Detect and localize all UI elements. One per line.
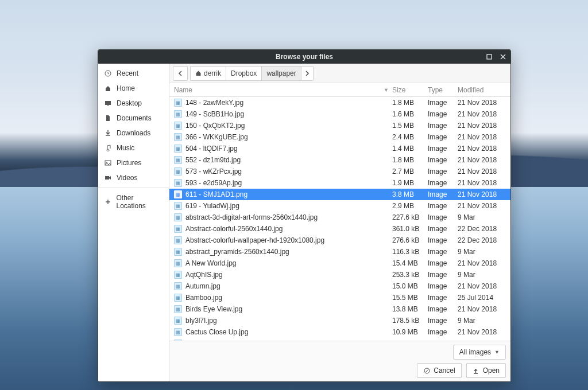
sidebar-item-pictures[interactable]: Pictures [98,155,169,170]
nav-back-button[interactable] [173,66,188,81]
file-type: Image [428,133,458,141]
breadcrumb: derrik Dropbox wallpaper [190,66,314,81]
file-row[interactable]: ▦abstract-3d-digital-art-forms-2560x1440… [169,212,510,223]
cancel-button[interactable]: Cancel [417,363,461,378]
file-row[interactable]: ▦A New World.jpg15.4 MBImage21 Nov 2018 [169,258,510,269]
file-list[interactable]: ▦148 - 2awMekY.jpg1.8 MBImage21 Nov 2018… [169,97,510,341]
music-icon [104,145,112,151]
file-modified: 21 Nov 2018 [458,305,510,313]
file-row[interactable]: ▦Abstract-colorful-2560x1440.jpg361.0 kB… [169,223,510,235]
file-name: Abstract-colorful-wallpaper-hd-1920x1080… [185,236,392,244]
image-file-icon: ▦ [174,248,182,256]
file-row[interactable]: ▦AqtQhIS.jpg253.3 kBImage9 Mar [169,269,510,280]
file-type: Image [428,294,458,302]
sidebar-item-desktop[interactable]: Desktop [98,96,169,111]
column-type[interactable]: Type [428,86,458,94]
column-modified[interactable]: Modified [458,86,510,94]
image-file-icon: ▦ [174,99,182,107]
file-type: Image [428,259,458,267]
file-size: 13.8 MB [392,305,428,313]
file-row[interactable]: ▦366 - WKKgUBE.jpg2.4 MBImage21 Nov 2018 [169,131,510,143]
file-chooser-window: Browse your files Recent Home Desktop [98,49,511,382]
image-file-icon: ▦ [174,122,182,130]
breadcrumb-dropbox[interactable]: Dropbox [226,66,262,81]
file-type: Image [428,179,458,187]
file-row[interactable]: ▦bIy3l7I.jpg178.5 kBImage9 Mar [169,315,510,326]
maximize-icon[interactable] [485,53,493,61]
file-name: Bamboo.jpg [185,294,392,302]
file-row[interactable]: ▦Birds Eye View.jpg13.8 MBImage21 Nov 20… [169,303,510,315]
file-size: 253.3 kB [392,271,428,279]
column-size[interactable]: Size [392,86,428,94]
chevron-left-icon [177,71,183,76]
file-type: Image [428,317,458,325]
sidebar-item-home[interactable]: Home [98,81,169,96]
file-row[interactable]: ▦611 - SMJ1AD1.png3.8 MBImage21 Nov 2018 [169,189,510,200]
sidebar-item-documents[interactable]: Documents [98,111,169,126]
file-size: 2.4 MB [392,133,428,141]
file-type: Image [428,190,458,198]
file-row[interactable]: ▦149 - ScBB1Ho.jpg1.6 MBImage21 Nov 2018 [169,108,510,120]
image-file-icon: ▦ [174,190,182,198]
sidebar-item-downloads[interactable]: Downloads [98,126,169,141]
file-row[interactable]: ▦504 - ltQDlF7.jpg1.4 MBImage21 Nov 2018 [169,143,510,154]
file-modified: 21 Nov 2018 [458,145,510,153]
file-row[interactable]: ▦148 - 2awMekY.jpg1.8 MBImage21 Nov 2018 [169,97,510,108]
dialog-footer: All images ▼ Cancel Open [169,341,510,381]
chevron-down-icon: ▼ [494,349,500,355]
sidebar-item-videos[interactable]: Videos [98,170,169,185]
file-name: 504 - ltQDlF7.jpg [185,145,392,153]
svg-line-10 [425,369,428,372]
file-modified: 21 Nov 2018 [458,179,510,187]
file-name: 150 - QxQbKT2.jpg [185,122,392,130]
image-file-icon: ▦ [174,133,182,141]
sidebar-item-label: Pictures [117,159,141,167]
file-modified: 21 Nov 2018 [458,328,510,336]
file-modified: 22 Dec 2018 [458,236,510,244]
image-file-icon: ▦ [174,145,182,153]
file-row[interactable]: ▦abstract_pyramids-2560x1440.jpg116.3 kB… [169,246,510,258]
file-modified: 9 Mar [458,248,510,256]
file-modified: 21 Nov 2018 [458,167,510,176]
sidebar-item-label: Other Locations [116,194,163,210]
sidebar-item-music[interactable]: Music [98,141,169,155]
file-row[interactable]: ▦573 - wKZrPcx.jpg2.7 MBImage21 Nov 2018 [169,166,510,177]
svg-rect-4 [105,101,111,105]
file-row[interactable]: ▦619 - YuladWj.jpg2.9 MBImage21 Nov 2018 [169,200,510,212]
sidebar-item-recent[interactable]: Recent [98,66,169,81]
file-row[interactable]: ▦Autumn.jpg15.0 MBImage21 Nov 2018 [169,280,510,292]
image-file-icon: ▦ [174,156,182,164]
breadcrumb-wallpaper[interactable]: wallpaper [261,66,301,81]
file-size: 116.3 kB [392,248,428,256]
image-file-icon: ▦ [174,271,182,279]
file-row[interactable]: ▦Bamboo.jpg15.5 MBImage25 Jul 2014 [169,292,510,303]
file-name: 573 - wKZrPcx.jpg [185,167,392,176]
breadcrumb-extend[interactable] [301,66,314,81]
file-row[interactable]: ▦150 - QxQbKT2.jpg1.5 MBImage21 Nov 2018 [169,120,510,131]
breadcrumb-home[interactable]: derrik [190,66,226,81]
svg-rect-8 [105,176,109,180]
file-row[interactable]: ▦Abstract-colorful-wallpaper-hd-1920x108… [169,235,510,246]
file-modified: 22 Dec 2018 [458,225,510,233]
file-size: 15.4 MB [392,259,428,267]
filter-combo[interactable]: All images ▼ [453,345,506,360]
image-file-icon: ▦ [174,202,182,210]
file-row[interactable]: ▦593 - e2d59Ap.jpg1.9 MBImage21 Nov 2018 [169,177,510,189]
file-row[interactable]: ▦552 - dz1m9td.jpg1.8 MBImage21 Nov 2018 [169,154,510,166]
column-name[interactable]: Name ▼ [169,86,392,94]
sidebar-item-label: Recent [117,69,138,77]
file-row[interactable]: ▦Cactus Close Up.jpg10.9 MBImage21 Nov 2… [169,326,510,338]
file-modified: 21 Nov 2018 [458,99,510,107]
close-icon[interactable] [499,53,507,61]
breadcrumb-label: wallpaper [266,69,296,77]
file-name: 148 - 2awMekY.jpg [185,99,392,107]
file-name: 149 - ScBB1Ho.jpg [185,110,392,118]
sidebar-item-label: Downloads [117,129,150,137]
open-icon [473,368,479,374]
open-button[interactable]: Open [466,363,506,378]
image-file-icon: ▦ [174,110,182,118]
sidebar-item-other-locations[interactable]: Other Locations [98,190,169,213]
window-title: Browse your files [276,53,333,61]
file-name: Abstract-colorful-2560x1440.jpg [185,225,392,233]
image-file-icon: ▦ [174,305,182,313]
